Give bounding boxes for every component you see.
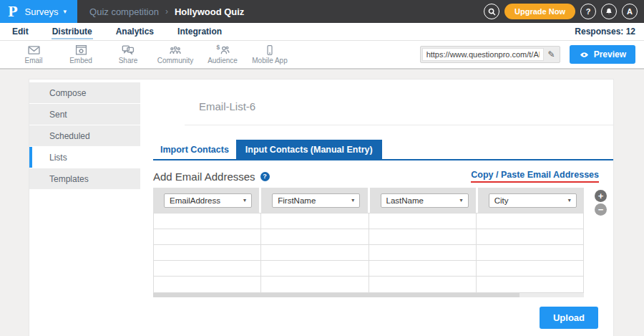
breadcrumb-parent[interactable]: Quiz competition: [89, 6, 159, 17]
sidebar-item-sent[interactable]: Sent: [29, 104, 140, 125]
question-mark-icon: ?: [586, 7, 591, 16]
breadcrumb: Quiz competition › Hollywood Quiz: [89, 6, 244, 17]
table-cell[interactable]: [154, 277, 261, 292]
table-cell[interactable]: [261, 245, 369, 260]
topbar-actions: Upgrade Now ? A: [484, 4, 644, 19]
table-row: [154, 213, 583, 229]
eye-icon: [579, 51, 590, 59]
survey-url-input[interactable]: [422, 48, 544, 61]
table-cell[interactable]: [477, 229, 583, 244]
header-cell-city: City ▾: [478, 188, 584, 213]
nav-item-distribute[interactable]: Distribute: [52, 24, 93, 39]
select-arrow-icon: ▾: [351, 197, 354, 203]
toolbar-item-email[interactable]: Email: [10, 44, 57, 64]
scrollbar-thumb[interactable]: [153, 293, 519, 297]
contacts-grid: EmailAddress ▾ FirstName ▾: [153, 188, 584, 297]
table-cell[interactable]: [154, 261, 261, 276]
table-row: [154, 229, 583, 245]
select-arrow-icon: ▾: [243, 197, 246, 203]
nav-item-integration[interactable]: Integration: [177, 24, 223, 39]
search-icon: [487, 7, 497, 16]
upload-row: Upload: [153, 307, 613, 329]
add-email-addresses-title: Add Email Addresses: [153, 171, 255, 183]
email-icon: [27, 44, 41, 56]
table-cell[interactable]: [369, 261, 477, 276]
table-cell[interactable]: [154, 213, 261, 229]
sidebar-item-compose[interactable]: Compose: [29, 82, 140, 103]
community-icon: [169, 44, 182, 56]
toolbar-item-audience[interactable]: $ Audience: [199, 44, 246, 64]
sidebar-item-templates[interactable]: Templates: [29, 168, 140, 189]
nav-item-edit[interactable]: Edit: [11, 24, 29, 39]
list-detail-panel: Email-List-6 Import Contacts Input Conta…: [140, 80, 613, 336]
sidebar-item-lists[interactable]: Lists: [29, 147, 140, 168]
table-cell[interactable]: [261, 261, 369, 276]
add-row-button[interactable]: +: [595, 190, 607, 202]
table-cell[interactable]: [369, 277, 477, 292]
copy-paste-email-addresses-link[interactable]: Copy / Paste Email Addresses: [471, 170, 599, 183]
select-arrow-icon: ▾: [568, 197, 571, 203]
toolbar-item-embed[interactable]: Embed: [57, 44, 104, 64]
table-row: [154, 277, 583, 292]
nav-item-analytics[interactable]: Analytics: [115, 24, 155, 39]
help-button[interactable]: ?: [580, 4, 596, 19]
table-cell[interactable]: [369, 213, 477, 229]
chevron-down-icon: ▾: [64, 8, 67, 15]
contacts-table-zone: EmailAddress ▾ FirstName ▾: [153, 188, 613, 297]
top-bar: P Surveys ▾ Quiz competition › Hollywood…: [0, 0, 644, 23]
notifications-button[interactable]: [601, 4, 617, 19]
table-cell[interactable]: [154, 229, 261, 244]
upgrade-now-button[interactable]: Upgrade Now: [504, 4, 575, 19]
table-cell[interactable]: [261, 277, 369, 292]
distribute-toolbar: Email Embed Share Community $ Audience M…: [0, 41, 644, 69]
header-cell-email-address: EmailAddress ▾: [153, 188, 259, 213]
contacts-tabbar: Import Contacts Input Contacts (Manual E…: [153, 140, 613, 160]
contacts-grid-header: EmailAddress ▾ FirstName ▾: [153, 188, 584, 213]
responses-count: Responses: 12: [575, 27, 635, 37]
tab-input-contacts-manual-entry[interactable]: Input Contacts (Manual Entry): [236, 140, 382, 159]
toolbar-item-share[interactable]: Share: [104, 44, 152, 64]
bell-icon: [605, 7, 613, 16]
remove-row-button[interactable]: −: [595, 203, 607, 216]
preview-button[interactable]: Preview: [570, 45, 635, 64]
last-name-column-select[interactable]: LastName ▾: [381, 193, 469, 208]
edit-url-icon[interactable]: ✎: [545, 49, 559, 59]
toolbar-item-community[interactable]: Community: [152, 44, 199, 64]
share-icon: [122, 44, 135, 56]
account-avatar[interactable]: A: [622, 4, 638, 19]
table-cell[interactable]: [369, 229, 477, 244]
row-buttons: + −: [595, 188, 607, 297]
table-cell[interactable]: [477, 213, 583, 229]
table-cell[interactable]: [477, 245, 583, 260]
table-cell[interactable]: [261, 213, 369, 229]
upload-button[interactable]: Upload: [540, 307, 598, 329]
help-tooltip-icon[interactable]: ?: [260, 172, 270, 181]
breadcrumb-separator-icon: ›: [165, 6, 168, 16]
embed-icon: [75, 44, 87, 56]
sidebar-item-scheduled[interactable]: Scheduled: [29, 125, 140, 146]
surveys-menu-label: Surveys: [25, 6, 59, 17]
first-name-column-select[interactable]: FirstName ▾: [272, 193, 360, 208]
search-button[interactable]: [484, 4, 499, 19]
audience-icon: $: [216, 44, 230, 56]
toolbar-item-mobile-app[interactable]: Mobile App: [246, 44, 293, 64]
table-cell[interactable]: [261, 229, 369, 244]
avatar-initial: A: [627, 7, 633, 16]
questionpro-logo-icon: P: [8, 4, 18, 19]
survey-url-group: ✎: [420, 46, 560, 63]
surveys-menu-button[interactable]: P Surveys ▾: [0, 0, 77, 23]
select-arrow-icon: ▾: [459, 197, 462, 203]
table-cell[interactable]: [477, 277, 583, 292]
tab-import-contacts[interactable]: Import Contacts: [153, 140, 236, 159]
horizontal-scrollbar[interactable]: [153, 293, 584, 297]
table-cell[interactable]: [369, 245, 477, 260]
email-address-column-select[interactable]: EmailAddress ▾: [164, 193, 252, 208]
table-cell[interactable]: [477, 261, 583, 276]
email-lists-card: Compose Sent Scheduled Lists Templates E…: [29, 79, 614, 336]
survey-nav: Edit Distribute Analytics Integration Re…: [0, 23, 644, 41]
content-area: Compose Sent Scheduled Lists Templates E…: [0, 71, 644, 336]
breadcrumb-current: Hollywood Quiz: [175, 6, 245, 17]
table-cell[interactable]: [154, 245, 261, 260]
add-email-header-row: Add Email Addresses ? Copy / Paste Email…: [153, 170, 613, 183]
city-column-select[interactable]: City ▾: [489, 193, 577, 208]
